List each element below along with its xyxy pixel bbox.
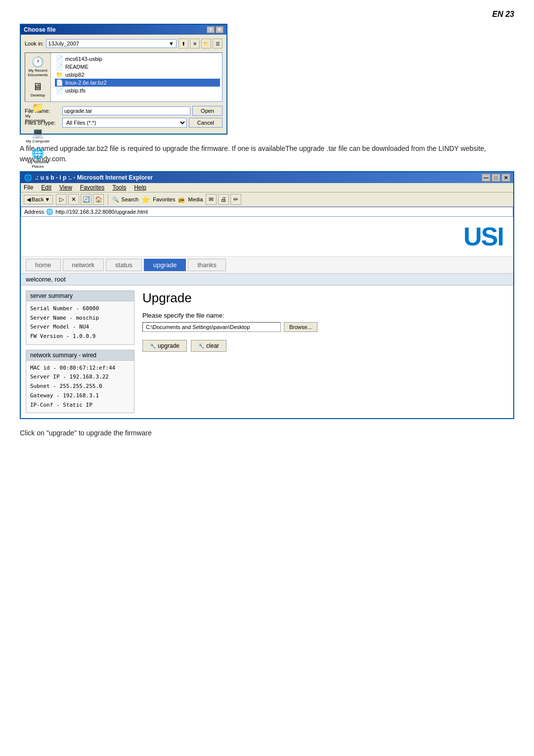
ie-maximize-btn[interactable]: □ <box>491 174 500 182</box>
network-ip: Server IP - 192.168.3.22 <box>30 373 130 382</box>
clear-button[interactable]: 🔧 clear <box>191 340 226 352</box>
file-icon: 📄 <box>56 63 63 70</box>
address-url[interactable]: http://192.168.3.22:8080/upgrade.html <box>55 209 148 215</box>
server-model: Server Model - NU4 <box>30 323 130 332</box>
nav-tab-network[interactable]: network <box>63 259 104 271</box>
ie-home-btn[interactable]: 🏠 <box>93 194 104 205</box>
web-header: USI <box>21 217 513 257</box>
file-item[interactable]: 📄 README <box>55 63 220 71</box>
desktop-label: Desktop <box>31 93 45 97</box>
filename-row: File name: Open <box>25 106 222 116</box>
my-computer-label: My Computer <box>26 139 49 143</box>
filetype-row: Files of type: All Files (*.*) Cancel <box>25 118 222 128</box>
paragraph1: A file named upgrade.tar.bz2 file is req… <box>20 143 514 164</box>
ie-titlebar-icon: 🌐 <box>24 174 32 182</box>
back-label: Back <box>32 196 44 202</box>
sidebar-recent-docs[interactable]: 🕐 My RecentDocuments <box>28 56 47 77</box>
ie-stop-btn[interactable]: ✕ <box>68 194 79 205</box>
dialog-help-btn[interactable]: ? <box>207 26 215 33</box>
ie-close-btn[interactable]: ✕ <box>501 174 510 182</box>
ie-nav-icons: ▷ ✕ 🔄 🏠 <box>56 194 104 205</box>
ie-menu-view[interactable]: View <box>59 184 72 191</box>
sidebar-network-places[interactable]: 🌐 My NetworkPlaces <box>27 147 48 169</box>
filetype-select[interactable]: All Files (*.*) <box>62 118 187 128</box>
favorites-label[interactable]: Favorites <box>153 196 175 202</box>
browse-button[interactable]: Browse... <box>284 322 317 332</box>
ie-web-content: USI home network status upgrade thanks w… <box>21 217 513 418</box>
nav-tab-upgrade[interactable]: upgrade <box>144 259 186 271</box>
page-container: EN 23 Choose file ? ✕ Look in: 13July_20… <box>0 0 534 447</box>
network-subnet: Subnet - 255.255.255.0 <box>30 382 130 391</box>
file-path-display: C:\Documents and Settings\pavan\Desktop <box>142 322 281 332</box>
server-summary-content: Serial Number - 60000 Server Name - mosc… <box>26 301 134 344</box>
upgrade-btn-label: upgrade <box>158 342 179 349</box>
file-icon: 📁 <box>56 71 63 78</box>
file-item[interactable]: 📄 usbip.tfs <box>55 87 220 94</box>
lookin-dropdown[interactable]: 13July_2007 ▼ <box>46 39 177 48</box>
web-main: server summary Serial Number - 60000 Ser… <box>21 285 513 418</box>
ie-minimize-btn[interactable]: — <box>482 174 490 182</box>
toolbar-delete-btn[interactable]: ✕ <box>190 39 200 48</box>
web-sidebar: server summary Serial Number - 60000 Ser… <box>26 290 134 413</box>
network-summary-box: network summary - wired MAC id - 00:80:6… <box>26 350 134 413</box>
ie-extra-btn2[interactable]: 🖨 <box>218 194 229 205</box>
network-summary-content: MAC id - 00:80:67:12:ef:44 Server IP - 1… <box>26 361 134 413</box>
lookin-row: Look in: 13July_2007 ▼ ⬆ ✕ 📁 ☰ <box>25 39 222 48</box>
page-number-label: EN 23 <box>20 10 514 19</box>
search-label[interactable]: Search <box>121 196 138 202</box>
nav-tab-home[interactable]: home <box>26 259 61 271</box>
ie-menu-help[interactable]: Help <box>134 184 146 191</box>
file-item[interactable]: 📄 mcs6143-usbip <box>55 55 220 63</box>
toolbar-up-btn[interactable]: ⬆ <box>178 39 188 48</box>
dialog-body: Look in: 13July_2007 ▼ ⬆ ✕ 📁 ☰ 🕐 My <box>21 35 226 134</box>
action-buttons-row: 🔧 upgrade 🔧 clear <box>142 340 508 352</box>
toolbar-new-btn[interactable]: 📁 <box>201 39 211 48</box>
media-label[interactable]: Media <box>188 196 203 202</box>
ie-title-text: .: u s b - i p :. - Microsoft Internet E… <box>35 174 479 181</box>
usi-logo: USI <box>463 222 503 251</box>
address-label: Address <box>24 209 44 215</box>
ie-search-area: 🔍 Search <box>112 196 138 203</box>
open-button[interactable]: Open <box>192 106 222 116</box>
ie-forward-btn[interactable]: ▷ <box>56 194 67 205</box>
lookin-arrow: ▼ <box>169 41 174 47</box>
file-list: 📄 mcs6143-usbip 📄 README 📁 usbip82 📄 lin… <box>55 55 220 99</box>
ie-menu-edit[interactable]: Edit <box>41 184 51 191</box>
ie-back-button[interactable]: ◀ Back ▼ <box>24 195 53 204</box>
dialog-sidebar: 🕐 My RecentDocuments 🖥 Desktop 📁 My Docu… <box>25 53 51 101</box>
toolbar-view-btn[interactable]: ☰ <box>213 39 222 48</box>
upgrade-specify-label: Please specify the file name: <box>142 312 508 319</box>
upgrade-button[interactable]: 🔧 upgrade <box>142 340 187 352</box>
sidebar-my-documents[interactable]: 📁 My Documents <box>25 101 50 123</box>
file-icon: 📄 <box>56 87 63 94</box>
ie-titlebar-controls: — □ ✕ <box>482 174 510 182</box>
server-summary-title: server summary <box>26 291 134 301</box>
upgrade-section: Upgrade Please specify the file name: C:… <box>142 290 508 413</box>
recent-docs-label: My RecentDocuments <box>28 68 47 77</box>
ie-menu-tools[interactable]: Tools <box>112 184 126 191</box>
dialog-close-btn[interactable]: ✕ <box>216 26 223 33</box>
dialog-title: Choose file <box>24 26 56 33</box>
page-number-text: EN 23 <box>492 10 514 18</box>
nav-tab-thanks[interactable]: thanks <box>188 259 225 271</box>
server-serial: Serial Number - 60000 <box>30 304 130 314</box>
toolbar-separator <box>108 194 108 205</box>
cancel-button[interactable]: Cancel <box>189 118 222 128</box>
search-icon: 🔍 <box>112 196 119 203</box>
server-name: Server Name - moschip <box>30 314 130 323</box>
recent-docs-icon: 🕐 <box>32 56 44 68</box>
ie-extra-btn1[interactable]: ✉ <box>206 194 217 205</box>
file-item[interactable]: 📁 usbip82 <box>55 71 220 79</box>
choose-file-dialog: Choose file ? ✕ Look in: 13July_2007 ▼ ⬆… <box>20 24 227 135</box>
sidebar-desktop[interactable]: 🖥 Desktop <box>31 81 45 97</box>
ie-menu-favorites[interactable]: Favorites <box>80 184 104 191</box>
nav-tab-status[interactable]: status <box>106 259 142 271</box>
sidebar-my-computer[interactable]: 💻 My Computer <box>26 127 49 143</box>
ie-menu-file[interactable]: File <box>24 184 33 191</box>
lookin-value: 13July_2007 <box>48 41 79 47</box>
ie-refresh-btn[interactable]: 🔄 <box>81 194 91 205</box>
filename-input[interactable] <box>62 106 190 115</box>
ie-extra-btn3[interactable]: ✏ <box>230 194 241 205</box>
clear-btn-icon: 🔧 <box>198 343 204 349</box>
file-item-selected[interactable]: 📄 linux-2.6e.tar.bz2 <box>55 79 220 87</box>
